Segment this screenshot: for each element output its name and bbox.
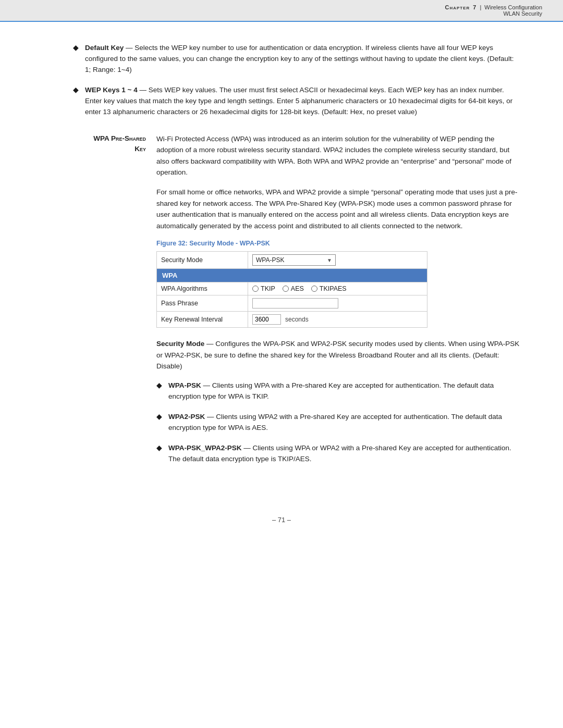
wpa-intro-para2: For small home or office networks, WPA a… [156, 187, 521, 231]
header-title: Wireless Configuration [484, 4, 542, 10]
post-table-text: — Configures the WPA-PSK and WPA2-PSK se… [156, 340, 519, 370]
bullet-diamond-icon: ◆ [156, 381, 162, 389]
table-row-pass-phrase: Pass Phrase [157, 295, 427, 312]
pass-phrase-value [248, 295, 427, 312]
security-mode-label: Security Mode [157, 252, 248, 269]
wpa-intro-para1: Wi-Fi Protected Access (WPA) was introdu… [156, 133, 521, 178]
bullet-body-wpa2-psk: Clients using WPA2 with a Pre-shared Key… [168, 413, 502, 431]
list-item: ◆ WPA2-PSK — Clients using WPA2 with a P… [156, 412, 521, 434]
bullet-term-wep-keys: WEP Keys 1 ~ 4 [85, 86, 138, 94]
radio-aes[interactable]: AES [283, 285, 304, 292]
list-item: ◆ WPA-PSK — Clients using WPA with a Pre… [156, 380, 521, 402]
key-renewal-input-group: seconds [252, 314, 423, 325]
key-renewal-input[interactable] [252, 314, 281, 325]
bullet-diamond-icon: ◆ [73, 85, 79, 94]
bullet-dash-wpa-psk: — [203, 381, 212, 389]
key-renewal-label: Key Renewal Interval [157, 312, 248, 328]
radio-label-tkipaes: TKIPAES [320, 285, 347, 292]
table-row-security-mode: Security Mode WPA-PSK ▼ [157, 252, 427, 269]
bullet-term-wpa-psk: WPA-PSK [168, 381, 201, 389]
page-content: ◆ Default Key — Selects the WEP key numb… [0, 22, 563, 505]
wpa-label: WPA Pre-Shared Key [42, 133, 156, 474]
list-item: ◆ WEP Keys 1 ~ 4 — Sets WEP key values. … [42, 85, 521, 118]
wpa-label-title: WPA Pre-Shared Key [42, 133, 146, 155]
table-row-wpa-header: WPA [157, 269, 427, 282]
wpa-algorithms-radio-group: TKIP AES TKIPAES [252, 285, 423, 292]
wpa-section-header: WPA [157, 269, 427, 282]
bullet-body-wpa-psk: Clients using WPA with a Pre-shared Key … [168, 381, 494, 400]
bullet-term-wpa2-psk: WPA2-PSK [168, 413, 205, 421]
chevron-down-icon: ▼ [327, 257, 332, 263]
wpa-section: WPA Pre-Shared Key Wi-Fi Protected Acces… [42, 133, 521, 474]
seconds-label: seconds [285, 316, 309, 323]
wpa-label-line2: Key [134, 145, 146, 153]
key-renewal-value: seconds [248, 312, 427, 328]
bullet-dash-wpa2-psk: — [207, 413, 216, 421]
security-mode-value: WPA-PSK ▼ [248, 252, 427, 269]
pass-phrase-input[interactable] [252, 298, 338, 309]
radio-label-aes: AES [291, 285, 304, 292]
page-header: Chapter 7 | Wireless Configuration WLAN … [0, 0, 563, 22]
header-row1: Chapter 7 | Wireless Configuration [445, 4, 542, 10]
wpa-algorithms-value: TKIP AES TKIPAES [248, 282, 427, 295]
page-footer: – 71 – [0, 505, 563, 539]
radio-circle-aes [283, 286, 289, 292]
bullet-dash-1: — [139, 86, 148, 94]
bullet-text-wpa-psk-wpa2-psk: WPA-PSK_WPA2-PSK — Clients using WPA or … [168, 443, 521, 465]
bullet-text-wpa-psk: WPA-PSK — Clients using WPA with a Pre-s… [168, 380, 521, 402]
post-table-section: Security Mode — Configures the WPA-PSK a… [156, 338, 521, 464]
bullet-term-combined: WPA-PSK_WPA2-PSK [168, 444, 242, 452]
radio-label-tkip: TKIP [261, 285, 275, 292]
pass-phrase-label: Pass Phrase [157, 295, 248, 312]
table-row-wpa-algorithms: WPA Algorithms TKIP AES [157, 282, 427, 295]
bullet-term-default-key: Default Key [85, 44, 124, 52]
bullet-text-wpa2-psk: WPA2-PSK — Clients using WPA2 with a Pre… [168, 412, 521, 434]
bullet-text-default-key: Default Key — Selects the WEP key number… [85, 43, 521, 76]
wpa-bullets: ◆ WPA-PSK — Clients using WPA with a Pre… [156, 380, 521, 465]
bullet-dash-combined: — [243, 444, 252, 452]
header-chapter-number: 7 [473, 4, 476, 10]
security-mode-select[interactable]: WPA-PSK ▼ [252, 254, 336, 266]
bullet-body-0: Selects the WEP key number to use for au… [85, 44, 514, 73]
header-right: Chapter 7 | Wireless Configuration WLAN … [445, 4, 542, 17]
radio-circle-tkip [252, 286, 259, 292]
bullet-dash-0: — [126, 44, 134, 52]
list-item: ◆ Default Key — Selects the WEP key numb… [42, 43, 521, 76]
wpa-body: Wi-Fi Protected Access (WPA) was introdu… [156, 133, 521, 474]
security-mode-term: Security Mode [156, 340, 204, 348]
top-bullet-section: ◆ Default Key — Selects the WEP key numb… [42, 43, 521, 118]
header-separator: | [480, 4, 481, 10]
radio-tkip[interactable]: TKIP [252, 285, 275, 292]
header-chapter-label: Chapter [445, 4, 470, 10]
radio-tkipaes[interactable]: TKIPAES [311, 285, 347, 292]
bullet-diamond-icon: ◆ [156, 443, 162, 452]
bullet-body-1: Sets WEP key values. The user must first… [85, 86, 512, 116]
bullet-diamond-icon: ◆ [156, 412, 162, 421]
wpa-label-line1: WPA Pre-Shared [93, 134, 146, 142]
post-table-para: Security Mode — Configures the WPA-PSK a… [156, 338, 521, 372]
bullet-text-wep-keys: WEP Keys 1 ~ 4 — Sets WEP key values. Th… [85, 85, 521, 118]
page-number: – 71 – [272, 516, 291, 524]
bullet-diamond-icon: ◆ [73, 43, 79, 52]
list-item: ◆ WPA-PSK_WPA2-PSK — Clients using WPA o… [156, 443, 521, 465]
wpa-algorithms-label: WPA Algorithms [157, 282, 248, 295]
config-table: Security Mode WPA-PSK ▼ WPA [156, 251, 427, 328]
security-mode-select-value: WPA-PSK [256, 256, 284, 264]
figure-caption: Figure 32: Security Mode - WPA-PSK [156, 240, 521, 247]
header-subtitle: WLAN Security [503, 10, 542, 17]
radio-circle-tkipaes [311, 286, 317, 292]
table-row-key-renewal: Key Renewal Interval seconds [157, 312, 427, 328]
